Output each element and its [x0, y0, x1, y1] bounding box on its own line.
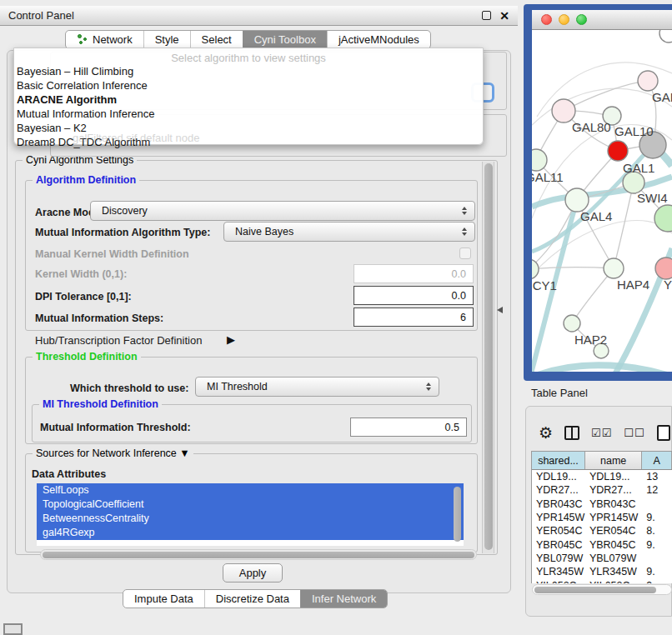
network-node-gcy1[interactable] — [532, 259, 539, 279]
document-icon[interactable] — [657, 425, 670, 441]
checked-boxes-icon[interactable]: ☑☑ — [591, 427, 612, 439]
bottom-tab-discretize-data[interactable]: Discretize Data — [204, 590, 300, 608]
algorithm-option[interactable]: Mutual Information Inference — [14, 107, 483, 121]
algorithm-option[interactable]: ARACNE Algorithm — [14, 92, 483, 107]
network-node-hap4[interactable] — [604, 258, 624, 278]
table-cell[interactable]: 12 — [642, 483, 672, 497]
bottom-tab-impute-data[interactable]: Impute Data — [123, 590, 204, 608]
table-cell[interactable]: YBR045C — [532, 538, 585, 551]
table-cell[interactable]: 8. — [642, 524, 672, 538]
sources-collapse-arrow-icon[interactable]: ▼ — [179, 448, 189, 459]
table-cell[interactable]: 9. — [642, 565, 672, 578]
table-cell[interactable]: YBR043C — [585, 498, 642, 511]
unchecked-boxes-icon[interactable]: ☐☐ — [624, 427, 644, 439]
network-node[interactable] — [659, 30, 672, 42]
table-cell[interactable]: YBL079W — [532, 552, 585, 565]
table-cell[interactable]: YDL19... — [585, 470, 642, 483]
settings-scrollbar-track[interactable] — [482, 162, 494, 553]
network-node[interactable] — [654, 205, 672, 232]
table-cell[interactable]: YPR145W — [585, 511, 642, 524]
table-cell[interactable]: YDR27... — [532, 483, 585, 497]
mi-steps-field[interactable]: 6 — [354, 308, 474, 327]
network-edge[interactable] — [614, 182, 634, 268]
mi-threshold-field[interactable]: 0.5 — [350, 418, 467, 437]
sources-hscrollbar[interactable] — [40, 549, 477, 560]
network-node-y[interactable] — [655, 258, 672, 279]
zoom-traffic-light-icon[interactable] — [576, 14, 587, 25]
attribute-item[interactable]: BetweennessCentrality — [37, 512, 464, 526]
table-row[interactable]: YBR043CYBR043C — [532, 498, 672, 511]
attribute-item[interactable]: SelfLoops — [37, 483, 464, 498]
network-edge[interactable] — [534, 365, 672, 372]
bottom-tab-infer-network[interactable]: Infer Network — [300, 590, 387, 608]
network-node-gal11[interactable] — [532, 149, 547, 171]
mi-type-combobox[interactable]: Naive Bayes — [223, 222, 475, 242]
table-cell[interactable] — [642, 498, 672, 511]
which-threshold-combobox[interactable]: MI Threshold — [195, 377, 439, 397]
table-cell[interactable]: YBR043C — [532, 498, 585, 511]
table-cell[interactable]: YBL079W — [585, 552, 642, 565]
table-cell[interactable]: 13 — [642, 470, 672, 483]
table-row[interactable]: YER054CYER054C8. — [532, 524, 672, 538]
network-edge[interactable] — [532, 268, 614, 269]
column-header-1[interactable]: name — [585, 452, 642, 469]
tab-cyni-toolbox[interactable]: Cyni Toolbox — [243, 31, 327, 48]
dock-window-icon[interactable] — [3, 623, 23, 635]
attribute-item[interactable]: TopologicalCoefficient — [37, 498, 464, 512]
close-traffic-light-icon[interactable] — [541, 14, 552, 25]
attribute-item[interactable]: gal4RGexp — [37, 526, 464, 540]
table-hscrollbar-thumb[interactable] — [534, 587, 656, 593]
network-canvas[interactable]: GALGAL80GAL10GAL1GAL11SWI4GAL4GCY1HAP4YH… — [532, 30, 672, 372]
table-cell[interactable]: YBR045C — [585, 538, 642, 551]
tab-jactivemnodules[interactable]: jActiveMNodules — [327, 31, 430, 48]
column-header-2[interactable]: A — [642, 452, 672, 469]
table-row[interactable]: YDL19...YDL19...13 — [532, 470, 672, 483]
tab-network[interactable]: Network — [66, 31, 143, 48]
kernel-width-field[interactable]: 0.0 — [354, 264, 474, 283]
algorithm-option[interactable]: Bayesian – Hill Climbing — [14, 64, 483, 78]
float-window-icon[interactable] — [482, 11, 491, 20]
table-hscrollbar[interactable] — [532, 584, 672, 595]
network-node-gal80[interactable] — [552, 99, 575, 122]
table-cell[interactable]: YER054C — [585, 524, 642, 538]
network-node-gal1[interactable] — [608, 141, 628, 161]
table-cell[interactable]: 9. — [642, 511, 672, 524]
network-node-gal[interactable] — [638, 71, 658, 91]
table-cell[interactable]: YPR145W — [532, 511, 585, 524]
column-header-0[interactable]: shared... — [532, 452, 585, 469]
network-node-hap2[interactable] — [564, 315, 580, 332]
table-row[interactable]: YDR27...YDR27...12 — [532, 483, 672, 497]
sources-hscrollbar-thumb[interactable] — [43, 552, 474, 558]
algorithm-option[interactable]: Basic Correlation Inference — [14, 78, 483, 92]
tab-style[interactable]: Style — [143, 31, 190, 48]
network-edge[interactable] — [532, 200, 577, 269]
minimize-traffic-light-icon[interactable] — [559, 14, 569, 25]
table-row[interactable]: YLR345WYLR345W9. — [532, 565, 672, 578]
network-node-gal4[interactable] — [565, 188, 589, 212]
attribute-list-scrollbar-thumb[interactable] — [454, 487, 461, 542]
hub-expand-arrow-icon[interactable]: ▶ — [227, 333, 235, 346]
table-row[interactable]: YIL052CYIL052C9 — [532, 578, 672, 583]
aracne-mode-combobox[interactable]: Discovery — [90, 201, 475, 221]
gear-icon[interactable]: ⚙ — [539, 425, 553, 441]
table-cell[interactable]: YIL052C — [585, 578, 642, 583]
table-cell[interactable]: YDL19... — [532, 470, 585, 483]
table-cell[interactable]: 9 — [642, 578, 672, 583]
apply-button[interactable]: Apply — [223, 563, 283, 582]
table-cell[interactable]: YIL052C — [532, 578, 585, 583]
table-cell[interactable]: YER054C — [532, 524, 585, 538]
table-cell[interactable]: YDR27... — [585, 483, 642, 497]
manual-kernel-checkbox[interactable] — [459, 248, 471, 259]
table-row[interactable]: YBR045CYBR045C9. — [532, 538, 672, 551]
table-row[interactable]: YBL079WYBL079W — [532, 552, 672, 565]
table-cell[interactable]: YLR345W — [532, 565, 585, 578]
settings-scrollbar-thumb[interactable] — [484, 163, 493, 550]
table-cell[interactable] — [642, 552, 672, 565]
table-row[interactable]: YPR145WYPR145W9. — [532, 511, 672, 524]
tab-select[interactable]: Select — [190, 31, 243, 48]
table-cell[interactable]: 9. — [642, 538, 672, 551]
table-cell[interactable]: YLR345W — [585, 565, 642, 578]
dpi-tolerance-field[interactable]: 0.0 — [354, 286, 474, 305]
close-icon[interactable]: ✕ — [499, 10, 509, 22]
column-browser-icon[interactable] — [564, 426, 579, 440]
